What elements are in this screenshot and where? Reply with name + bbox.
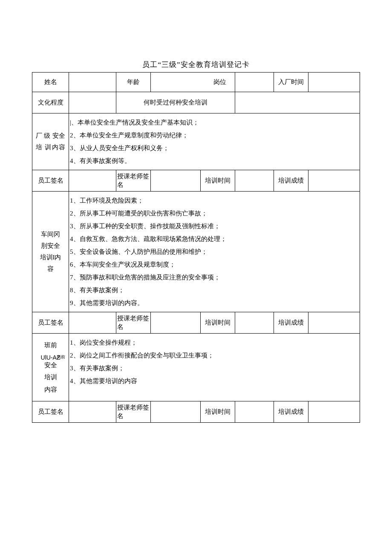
field-train-score-3[interactable] [308,401,360,423]
field-train-time-2[interactable] [235,312,274,334]
label-age: 年龄 [116,73,151,92]
label-train-score-2: 培训成绩 [274,312,308,334]
preshift-l1: 班前 [33,339,68,352]
field-train-score-2[interactable] [308,312,360,334]
label-entry-time: 入厂时间 [274,73,308,92]
label-education: 文化程度 [32,92,69,113]
label-train-score-1: 培训成绩 [274,170,308,192]
preshift-l2b: 岗前 [57,355,65,359]
label-factory-level: 厂 级 安全 培 训内容 [32,113,69,170]
registration-table: 姓名 年龄 岗位 入厂时间 文化程度 何时受过何种安全培训 厂 级 安全 培 训… [32,72,360,423]
label-emp-sign-3: 员工签名 [32,401,69,423]
field-name[interactable] [69,73,116,92]
label-emp-sign-1: 员工签名 [32,170,69,192]
preshift-l4: 培训 [33,371,68,384]
field-train-time-1[interactable] [235,170,274,192]
preshift-l5: 内容 [33,384,68,396]
field-teacher-sign-2[interactable] [151,312,200,334]
label-name: 姓名 [32,73,69,92]
field-teacher-sign-1[interactable] [151,170,200,192]
field-train-score-1[interactable] [308,170,360,192]
field-train-time-3[interactable] [235,401,274,423]
field-education[interactable] [69,92,116,113]
label-workshop-level: 车间冈刖安全培训I内容 [32,192,69,312]
label-prior-training: 何时受过何种安全培训 [116,92,235,113]
label-train-time-3: 培训时间 [200,401,235,423]
label-teacher-sign-2: 授课老师签名 [116,312,151,334]
factory-content: |、本单位安全生产情况及安全生产基本知识； 2、本单位安全生产规章制度和劳动纪律… [69,113,360,170]
label-train-time-2: 培训时间 [200,312,235,334]
field-emp-sign-2[interactable] [69,312,116,334]
workshop-content: 1、工作环境及危险因素； 2、所从事工种可能遭受的职业伤害和伤亡事故； 3、所从… [69,192,360,312]
document-title: 员工“三级”安全教育培训登记卡 [32,60,360,70]
label-preshift-level: 班前 UlU-AZ 岗前 安全 培训 内容 [32,334,69,401]
label-position-inline: 岗位 [213,78,226,85]
field-position[interactable] [235,73,274,92]
field-prior-training[interactable] [235,92,360,113]
label-emp-sign-2: 员工签名 [32,312,69,334]
field-teacher-sign-3[interactable] [151,401,200,423]
label-teacher-sign-3: 授课老师签名 [116,401,151,423]
field-emp-sign-1[interactable] [69,170,116,192]
label-train-time-1: 培训时间 [200,170,235,192]
field-emp-sign-3[interactable] [69,401,116,423]
label-train-score-3: 培训成绩 [274,401,308,423]
field-entry-time[interactable] [308,73,360,92]
preshift-content: 1、岗位安全操作规程； 2、岗位之间工作衔接配合的安全与职业卫生事项； 3、有关… [69,334,360,401]
label-teacher-sign-1: 授课老师签名 [116,170,151,192]
